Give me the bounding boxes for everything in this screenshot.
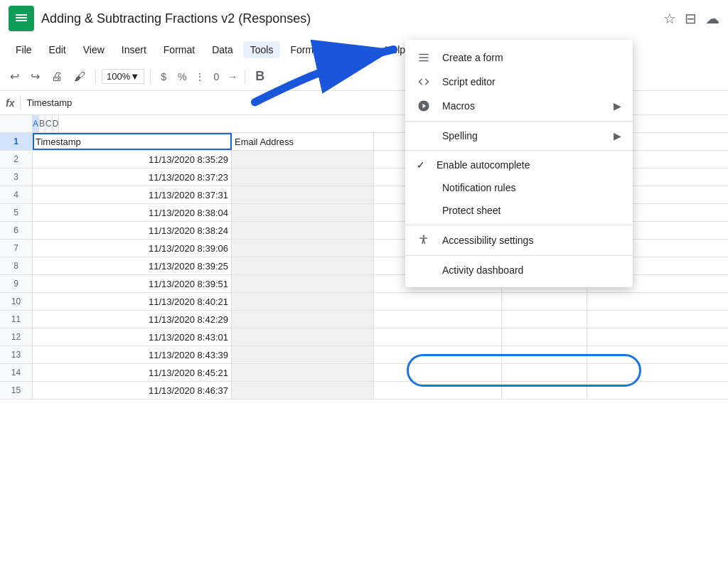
col-header-a[interactable]: A <box>33 115 39 132</box>
svg-rect-1 <box>16 14 27 16</box>
svg-rect-4 <box>419 54 429 55</box>
cell-b8[interactable]: ████████ <box>232 257 374 274</box>
menu-tools[interactable]: Tools <box>243 41 281 58</box>
undo-button[interactable]: ↩ <box>6 67 23 86</box>
code-icon <box>417 75 431 88</box>
cell-a9[interactable]: 11/13/2020 8:39:51 <box>33 275 232 292</box>
paint-format-button[interactable]: 🖌 <box>70 68 90 86</box>
currency-button[interactable]: $ <box>156 68 171 85</box>
cell-d13[interactable] <box>502 346 587 363</box>
cell-a10[interactable]: 11/13/2020 8:40:21 <box>33 293 232 310</box>
cell-b5[interactable]: ████████ <box>232 204 374 221</box>
cloud-icon[interactable]: ☁ <box>705 10 719 27</box>
create-form-label: Create a form <box>442 52 621 63</box>
cell-a13[interactable]: 11/13/2020 8:43:39 <box>33 346 232 363</box>
menu-form[interactable]: Form <box>283 41 321 58</box>
cell-a6[interactable]: 11/13/2020 8:38:24 <box>33 222 232 239</box>
cell-b4[interactable]: ████████ <box>232 186 374 203</box>
cell-d10[interactable] <box>502 293 587 310</box>
spelling-arrow-icon: ▶ <box>614 130 621 141</box>
cell-c14[interactable] <box>374 364 502 381</box>
cell-c15[interactable] <box>374 382 502 399</box>
menu-option-autocomplete[interactable]: ✓ Enable autocomplete <box>405 154 633 176</box>
menu-option-spelling[interactable]: Spelling ▶ <box>405 124 633 147</box>
menu-option-protect-sheet[interactable]: Protect sheet <box>405 199 633 222</box>
table-row: 12 11/13/2020 8:43:01 ████████ <box>0 328 728 346</box>
menu-option-script-editor[interactable]: Script editor <box>405 70 633 94</box>
table-row: 11 11/13/2020 8:42:29 ████████ <box>0 311 728 328</box>
cell-a12[interactable]: 11/13/2020 8:43:01 <box>33 328 232 345</box>
cell-d12[interactable] <box>502 328 587 345</box>
cell-b13[interactable]: ████████ <box>232 346 374 363</box>
menu-option-activity-dashboard[interactable]: Activity dashboard <box>405 259 633 282</box>
cell-c13[interactable] <box>374 346 502 363</box>
decimal-inc-button[interactable]: 0 <box>209 68 223 85</box>
cell-c11[interactable] <box>374 311 502 328</box>
row-num-12: 12 <box>0 328 33 345</box>
tools-dropdown-menu: Create a form Script editor Macros ▶ Spe… <box>405 40 633 287</box>
cell-a7[interactable]: 11/13/2020 8:39:06 <box>33 240 232 257</box>
formula-icon: fx <box>6 97 14 109</box>
menu-divider-2 <box>405 150 633 151</box>
cell-b14[interactable]: ████████ <box>232 364 374 381</box>
col-header-d[interactable]: D <box>53 115 60 132</box>
cell-b1[interactable]: Email Address <box>232 133 374 150</box>
redo-button[interactable]: ↪ <box>26 67 44 86</box>
folder-icon[interactable]: ⊟ <box>685 10 697 27</box>
col-header-c[interactable]: C <box>46 115 53 132</box>
cell-b11[interactable]: ████████ <box>232 311 374 328</box>
cell-d15[interactable] <box>502 382 587 399</box>
toolbar-separator-1 <box>95 70 96 84</box>
title-bar: Adding & Subtracting Fractions v2 (Respo… <box>0 0 728 37</box>
percent-button[interactable]: % <box>173 68 191 85</box>
row-num-10: 10 <box>0 293 33 310</box>
zoom-value: 100% <box>107 71 130 82</box>
zoom-control[interactable]: 100% ▼ <box>102 69 144 84</box>
row-num-7: 7 <box>0 240 33 257</box>
row-num-4: 4 <box>0 186 33 203</box>
cell-b6[interactable]: ████████ <box>232 222 374 239</box>
cell-c12[interactable] <box>374 328 502 345</box>
cell-a11[interactable]: 11/13/2020 8:42:29 <box>33 311 232 328</box>
menu-option-macros[interactable]: Macros ▶ <box>405 94 633 118</box>
cell-b2[interactable]: ████████ <box>232 151 374 168</box>
check-icon: ✓ <box>417 159 425 171</box>
menu-option-accessibility[interactable]: Accessibility settings <box>405 228 633 252</box>
decimal-button: ⋮ <box>193 68 206 85</box>
star-icon[interactable]: ☆ <box>663 10 676 27</box>
menu-format[interactable]: Format <box>156 41 202 58</box>
menu-data[interactable]: Data <box>205 41 240 58</box>
cell-b7[interactable]: ████████ <box>232 240 374 257</box>
cell-b15[interactable]: ████████ <box>232 382 374 399</box>
cell-a3[interactable]: 11/13/2020 8:37:23 <box>33 168 232 186</box>
cell-b9[interactable]: ████████ <box>232 275 374 292</box>
menu-option-create-form[interactable]: Create a form <box>405 45 633 70</box>
cell-d11[interactable] <box>502 311 587 328</box>
cell-b10[interactable]: ████████ <box>232 293 374 310</box>
cell-c10[interactable] <box>374 293 502 310</box>
menu-option-notification-rules[interactable]: Notification rules <box>405 176 633 199</box>
cell-a4[interactable]: 11/13/2020 8:37:31 <box>33 186 232 203</box>
menu-addons[interactable]: Add-ons <box>323 41 375 58</box>
col-header-b[interactable]: B <box>39 115 46 132</box>
cell-a2[interactable]: 11/13/2020 8:35:29 <box>33 151 232 168</box>
cell-a8[interactable]: 11/13/2020 8:39:25 <box>33 257 232 274</box>
menu-edit[interactable]: Edit <box>42 41 73 58</box>
svg-rect-6 <box>419 60 429 62</box>
cell-b12[interactable]: ████████ <box>232 328 374 345</box>
print-button[interactable]: 🖨 <box>47 68 67 86</box>
bold-button[interactable]: B <box>251 66 269 87</box>
row-num-15: 15 <box>0 382 33 399</box>
menu-insert[interactable]: Insert <box>114 41 154 58</box>
row-num-3: 3 <box>0 168 33 186</box>
cell-b3[interactable]: ████████ <box>232 168 374 186</box>
menu-view[interactable]: View <box>76 41 112 58</box>
cell-d14[interactable] <box>502 364 587 381</box>
spelling-label: Spelling <box>442 130 602 141</box>
menu-file[interactable]: File <box>9 41 39 58</box>
cell-a5[interactable]: 11/13/2020 8:38:04 <box>33 204 232 221</box>
cell-a14[interactable]: 11/13/2020 8:45:21 <box>33 364 232 381</box>
macros-label: Macros <box>442 100 602 112</box>
cell-a15[interactable]: 11/13/2020 8:46:37 <box>33 382 232 399</box>
cell-a1[interactable]: Timestamp <box>33 133 232 150</box>
